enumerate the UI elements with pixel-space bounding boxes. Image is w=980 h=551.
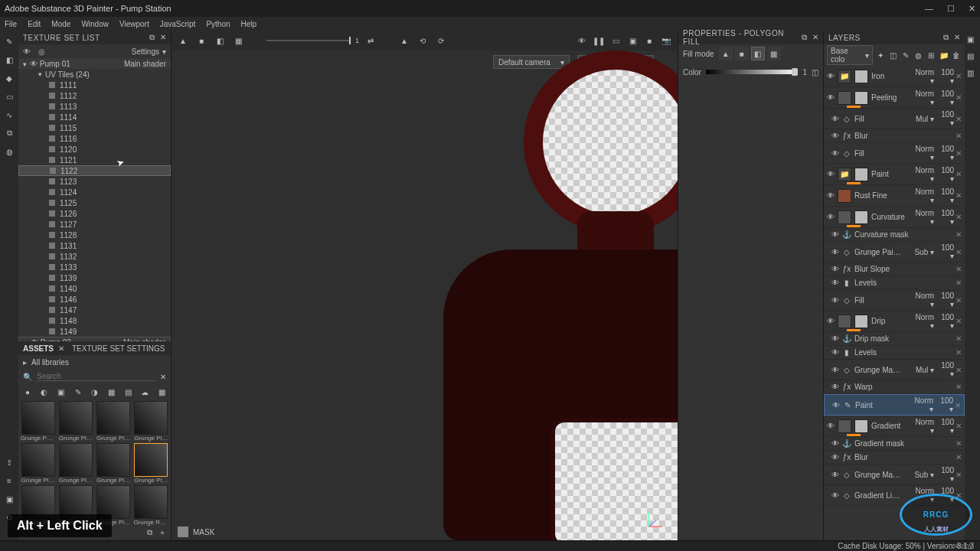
layer-blur-slope[interactable]: 👁ƒxBlur Slope✕ [824, 262, 965, 276]
uv-tile-1122[interactable]: 1122 [18, 165, 171, 176]
remove-effect-icon[interactable]: ✕ [956, 115, 962, 123]
menu-edit[interactable]: Edit [28, 20, 41, 28]
clear-search-icon[interactable]: ✕ [160, 373, 166, 381]
uv-tile-1125[interactable]: 1125 [18, 197, 171, 208]
blend-mode[interactable]: Norm ▾ [910, 90, 934, 106]
fill-uv-icon[interactable]: ▦ [767, 47, 781, 60]
uv-tile-1149[interactable]: 1149 [18, 326, 171, 337]
menu-window[interactable]: Window [81, 20, 109, 28]
uv-tile-1140[interactable]: 1140 [18, 283, 171, 294]
uv-tile-1111[interactable]: 1111 [18, 80, 171, 90]
layer-paint[interactable]: 👁📁PaintNorm ▾100 ▾✕ [824, 164, 965, 185]
docked-panel-icon-3[interactable]: ▥ [967, 69, 978, 80]
filter-alpha-icon[interactable]: ◑ [90, 387, 100, 396]
menu-python[interactable]: Python [206, 20, 230, 28]
layer-grunge-ma-[interactable]: 👁◇Grunge Ma…Sub ▾100 ▾✕ [824, 465, 965, 485]
layer-grunge-ma-[interactable]: 👁◇Grunge Ma…Mul ▾100 ▾✕ [824, 360, 965, 380]
close-panel-icon[interactable]: ✕ [812, 33, 819, 42]
opacity-value[interactable]: 100 ▾ [936, 243, 954, 260]
remove-effect-icon[interactable]: ✕ [956, 230, 962, 239]
texture-set-pump01[interactable]: ▾👁 Pump 01 Main shader [18, 58, 171, 69]
visibility-toggle-icon[interactable]: 👁 [827, 72, 835, 80]
remove-effect-icon[interactable]: ✕ [956, 439, 962, 448]
add-smartmat-icon[interactable]: ⊞ [926, 50, 936, 60]
filter-brush-icon[interactable]: ✎ [74, 387, 83, 396]
opacity-value[interactable]: 100 ▾ [936, 145, 954, 161]
menu-mode[interactable]: Mode [51, 20, 70, 28]
docked-panel-icon[interactable]: ▣ [967, 35, 978, 46]
uv-tile-1116[interactable]: 1116 [18, 133, 171, 144]
uv-tile-1123[interactable]: 1123 [18, 176, 171, 187]
asset-thumb[interactable]: Grunge Pi… [96, 401, 132, 442]
channel-select[interactable]: Base colo▾ [827, 45, 873, 65]
remove-effect-icon[interactable]: ✕ [956, 248, 962, 256]
remove-effect-icon[interactable]: ✕ [956, 170, 962, 178]
filter-material-icon[interactable]: ◐ [40, 387, 49, 396]
remove-effect-icon[interactable]: ✕ [956, 422, 962, 430]
all-libraries-label[interactable]: All libraries [31, 358, 69, 367]
blend-mode[interactable]: Norm ▾ [910, 418, 934, 435]
close-assets-tab-icon[interactable]: ✕ [58, 344, 64, 353]
blend-mode[interactable]: Mul ▾ [910, 115, 934, 123]
uv-tile-1120[interactable]: 1120 [18, 144, 171, 155]
layer-gradient[interactable]: 👁GradientNorm ▾100 ▾✕ [824, 416, 965, 437]
visibility-toggle-icon[interactable]: 👁 [827, 191, 835, 200]
blend-mode[interactable]: Norm ▾ [910, 68, 934, 85]
layer-grunge-pai-[interactable]: 👁◇Grunge Pai…Sub ▾100 ▾✕ [824, 242, 965, 262]
uv-tile-1133[interactable]: 1133 [18, 262, 171, 272]
uv-tile-1121[interactable]: 1121 [18, 155, 171, 165]
camera-dropdown[interactable]: Default camera▾ [493, 55, 570, 69]
visibility-toggle-icon[interactable]: 👁 [831, 366, 839, 374]
mirror-icon[interactable]: ▲ [397, 34, 411, 47]
perspective-icon[interactable]: ▭ [609, 34, 622, 47]
menu-file[interactable]: File [5, 20, 17, 28]
visibility-toggle-icon[interactable]: 👁 [831, 248, 839, 256]
search-input[interactable] [37, 372, 155, 381]
remove-effect-icon[interactable]: ✕ [956, 348, 962, 357]
focus-icon[interactable]: ◎ [38, 47, 45, 56]
bake-icon[interactable]: ≡ [3, 474, 15, 487]
opacity-value[interactable]: 100 ▾ [936, 292, 954, 308]
visibility-toggle-icon[interactable]: 👁 [831, 471, 839, 479]
remove-effect-icon[interactable]: ✕ [956, 453, 962, 461]
projection-tool-icon[interactable]: ◆ [3, 72, 15, 84]
visibility-toggle-icon[interactable]: 👁 [831, 453, 839, 461]
close-panel-icon[interactable]: ✕ [954, 33, 961, 42]
opacity-value[interactable]: 100 ▾ [936, 166, 954, 183]
cube-fill-icon[interactable]: ◧ [213, 34, 227, 47]
blend-mode[interactable]: Norm ▾ [910, 292, 934, 308]
remove-effect-icon[interactable]: ✕ [956, 317, 962, 325]
menu-javascript[interactable]: JavaScript [160, 20, 196, 28]
blend-mode[interactable]: Norm ▾ [910, 209, 934, 226]
opacity-value[interactable]: 100 ▾ [936, 68, 954, 85]
layer-curvature[interactable]: 👁CurvatureNorm ▾100 ▾✕ [824, 207, 965, 228]
layer-drip-mask[interactable]: 👁⚓Drip mask✕ [824, 332, 965, 346]
remove-effect-icon[interactable]: ✕ [956, 366, 962, 374]
layer-curvature-mask[interactable]: 👁⚓Curvature mask✕ [824, 228, 965, 242]
layer-blur[interactable]: 👁ƒxBlur✕ [824, 451, 965, 465]
menu-viewport[interactable]: Viewport [119, 20, 149, 28]
uv-tile-1127[interactable]: 1127 [18, 219, 171, 230]
uv-tile-1126[interactable]: 1126 [18, 208, 171, 219]
visibility-toggle-icon[interactable]: 👁 [831, 383, 839, 391]
visibility-toggle-icon[interactable]: 👁 [831, 348, 839, 357]
add-mask-icon[interactable]: ◫ [888, 50, 899, 60]
symmetry-icon[interactable]: ⟲ [416, 34, 430, 47]
blend-mode[interactable]: Mul ▾ [910, 366, 934, 374]
remove-effect-icon[interactable]: ✕ [956, 191, 962, 200]
visibility-toggle-icon[interactable]: 👁 [831, 439, 839, 448]
brush-tool-icon[interactable]: ✎ [3, 35, 15, 47]
opacity-value[interactable]: 100 ▾ [936, 209, 954, 226]
fill-mesh-icon[interactable]: ◧ [751, 47, 765, 60]
uv-tile-1115[interactable]: 1115 [18, 122, 171, 133]
chevron-right-icon[interactable]: ▸ [23, 358, 27, 367]
visibility-toggle-icon[interactable]: 👁 [827, 213, 835, 221]
visibility-toggle-icon[interactable]: 👁 [831, 230, 839, 239]
layer-drip[interactable]: 👁DripNorm ▾100 ▾✕ [824, 311, 965, 332]
layer-fill[interactable]: 👁◇FillNorm ▾100 ▾✕ [824, 143, 965, 164]
layer-iron[interactable]: 👁📁IronNorm ▾100 ▾✕ [824, 66, 965, 87]
layer-levels[interactable]: 👁▮Levels✕ [824, 276, 965, 290]
visibility-toggle-icon[interactable]: 👁 [832, 401, 840, 409]
uv-tile-1113[interactable]: 1113 [18, 101, 171, 112]
blend-mode[interactable]: Norm ▾ [910, 313, 934, 330]
